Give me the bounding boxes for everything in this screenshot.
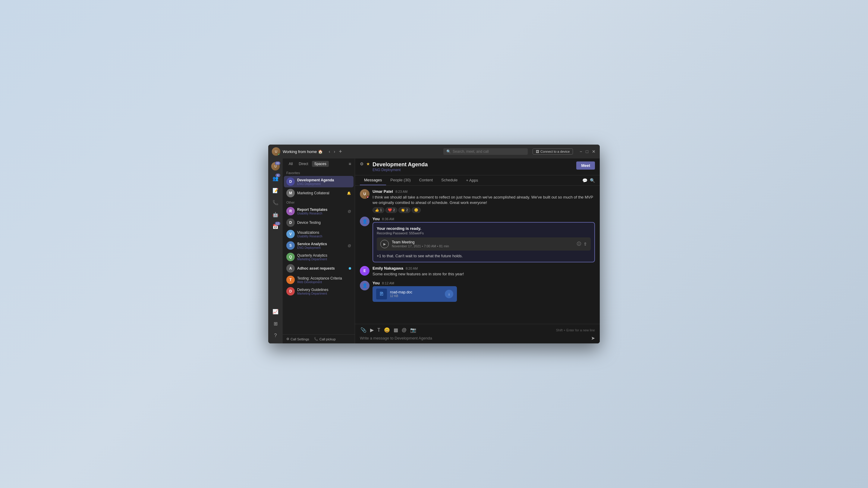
emoji-btn[interactable]: 😃 xyxy=(383,327,391,333)
meet-btn[interactable]: Meet xyxy=(576,161,595,170)
space-item-service[interactable]: S Service Analytics ENG Deployment @ xyxy=(284,240,353,251)
space-item-viz[interactable]: V Visualizations Usability Research xyxy=(284,228,353,240)
space-name-delivery: Delivery Guidelines xyxy=(297,288,351,292)
reaction-clap[interactable]: 👏 2 xyxy=(398,207,410,213)
attach-btn[interactable]: 📎 xyxy=(360,327,367,333)
recording-info: Your recording is ready. Recording Passw… xyxy=(377,226,591,235)
tab-people[interactable]: People (30) xyxy=(386,175,415,185)
tab-messages[interactable]: Messages xyxy=(360,175,386,185)
space-info-delivery: Delivery Guidelines Marketing Department xyxy=(297,288,351,295)
sidebar-icon-analytics[interactable]: 📈 xyxy=(270,306,281,317)
space-info-quarterly: Quarterly Analytics Marketing Department xyxy=(297,253,351,261)
space-info-device: Device Testing xyxy=(297,221,351,225)
msg-time-emily: 8:20 AM xyxy=(406,267,418,270)
msg-sender-you: You xyxy=(373,217,380,221)
reaction-smile[interactable]: 😊 xyxy=(412,207,421,213)
call-pickup-btn[interactable]: 📞 Call pickup xyxy=(314,337,336,341)
maximize-btn[interactable]: □ xyxy=(585,149,589,155)
message-input[interactable] xyxy=(360,336,589,340)
screen-share-btn[interactable]: ▩ xyxy=(393,327,399,333)
sidebar-icon-calls[interactable]: 📞 xyxy=(270,197,281,208)
sidebar-icon-meetings[interactable]: 📝 xyxy=(270,185,281,196)
sidebar-icon-help[interactable]: ? xyxy=(270,330,281,341)
sidebar-icon-grid[interactable]: ⊞ xyxy=(270,318,281,329)
connect-device-btn[interactable]: 🖼 Connect to a device xyxy=(532,149,573,155)
msg-body-you-recording: You 8:36 AM Your recording is ready. Rec… xyxy=(373,217,595,262)
msg-body-umar: Umar Patel 8:23 AM I think we should all… xyxy=(373,189,595,213)
space-info-marketing: Marketing Collateral xyxy=(297,191,344,195)
space-item-device[interactable]: D Device Testing xyxy=(284,217,353,228)
file-attachment: 🖹 road-map.doc 12 KB ↓ xyxy=(373,286,457,302)
space-info-testing: Testing: Acceptance Criteria Web Develop… xyxy=(297,276,351,284)
nav-back[interactable]: ‹ xyxy=(328,148,332,156)
reaction-thumbs[interactable]: 👍 1 xyxy=(373,207,384,213)
nav-forward[interactable]: › xyxy=(333,148,336,156)
input-hint: Shift + Enter for a new line xyxy=(556,328,595,332)
phone-icon: 📞 xyxy=(273,200,278,205)
filter-more-btn[interactable]: ≡ xyxy=(349,161,351,166)
space-avatar-device: D xyxy=(286,218,295,227)
file-size: 12 KB xyxy=(390,294,442,298)
tab-content[interactable]: Content xyxy=(415,175,437,185)
sidebar-icon-calendar[interactable]: 📅 12 xyxy=(270,221,281,232)
download-btn[interactable]: ↓ xyxy=(445,290,453,298)
send-btn[interactable]: ➤ xyxy=(591,335,595,341)
msg-body-you-file: You 8:12 AM 🖹 road-map.doc 12 KB ↓ xyxy=(373,281,595,302)
tab-add-apps[interactable]: + Apps xyxy=(462,175,482,185)
space-item-testing[interactable]: T Testing: Acceptance Criteria Web Devel… xyxy=(284,274,353,286)
sidebar-icon-people[interactable]: 👥 6 xyxy=(270,173,281,184)
space-name-marketing: Marketing Collateral xyxy=(297,191,344,195)
tab-direct[interactable]: Direct xyxy=(296,161,310,167)
msg-time-umar: 8:23 AM xyxy=(396,190,407,193)
msg-header-umar: Umar Patel 8:23 AM xyxy=(373,189,595,194)
space-name-viz: Visualizations xyxy=(297,230,351,235)
space-item-quarterly[interactable]: Q Quarterly Analytics Marketing Departme… xyxy=(284,251,353,263)
recording-player: ▶ Team Meeting November 17, 2021 • 7:00 … xyxy=(377,237,591,251)
settings-gear-btn[interactable]: ⚙ xyxy=(360,161,364,166)
sidebar-icon-bots[interactable]: 🤖 xyxy=(270,209,281,220)
space-name-quarterly: Quarterly Analytics xyxy=(297,253,351,258)
space-item-marketing[interactable]: M Marketing Collateral 🔔 xyxy=(284,187,353,199)
msg-avatar-umar: U ▶ xyxy=(360,189,370,199)
new-tab-btn[interactable]: + xyxy=(338,148,343,156)
filter-tabs: All Direct Spaces xyxy=(286,161,329,167)
file-icon: 🖹 xyxy=(376,289,387,299)
recording-share-btn[interactable]: ⇧ xyxy=(584,241,587,247)
tab-icon-chat[interactable]: 💬 xyxy=(582,178,587,183)
tab-all[interactable]: All xyxy=(286,161,295,167)
reaction-heart[interactable]: ❤️ 2 xyxy=(385,207,397,213)
space-item-report[interactable]: R Report Templates Usability Research @ xyxy=(284,205,353,217)
calendar-badge: 12 xyxy=(275,222,280,225)
msg-sender-umar: Umar Patel xyxy=(373,189,393,194)
title-bar: U Working from home 🏠 ‹ › + 🔍 🖼 Connect … xyxy=(268,144,600,158)
space-item-delivery[interactable]: D Delivery Guidelines Marketing Departme… xyxy=(284,286,353,297)
tab-icon-search[interactable]: 🔍 xyxy=(590,178,595,183)
search-bar[interactable]: 🔍 xyxy=(443,148,528,155)
tab-spaces[interactable]: Spaces xyxy=(312,161,329,167)
play-btn[interactable]: ▶ xyxy=(380,240,389,248)
chat-title: Development Agenda xyxy=(373,161,574,168)
help-icon: ? xyxy=(274,333,277,338)
more-btn[interactable]: 📷 xyxy=(410,327,417,333)
space-item-dev-agenda[interactable]: D Development Agenda ENG Deployment xyxy=(284,176,353,187)
search-input[interactable] xyxy=(453,150,525,154)
spaces-header: All Direct Spaces ≡ xyxy=(283,158,355,169)
msg-header-you-file: You 8:12 AM xyxy=(373,281,595,285)
minimize-btn[interactable]: − xyxy=(579,149,583,155)
messages-area: U ▶ Umar Patel 8:23 AM I think we should… xyxy=(355,186,600,324)
main-content: U 20 👥 6 📝 📞 🤖 📅 12 📈 xyxy=(268,158,600,344)
other-label: Other xyxy=(284,199,353,205)
tab-schedule[interactable]: Schedule xyxy=(437,175,462,185)
recording-info-btn[interactable]: ⓘ xyxy=(577,241,581,247)
format-btn[interactable]: T xyxy=(377,327,381,333)
space-sub-testing: Web Development xyxy=(297,281,351,284)
grid-icon: ⊞ xyxy=(274,321,278,327)
gif-btn[interactable]: ▶ xyxy=(370,327,374,333)
space-info-viz: Visualizations Usability Research xyxy=(297,230,351,238)
sidebar-icon-avatar[interactable]: U 20 xyxy=(270,161,281,172)
close-btn[interactable]: ✕ xyxy=(591,149,596,155)
mention-btn[interactable]: @ xyxy=(401,327,407,333)
call-settings-btn[interactable]: ⚙ Call Settings xyxy=(286,337,309,341)
space-item-adhoc[interactable]: A Adhoc asset requests xyxy=(284,263,353,274)
user-avatar[interactable]: U xyxy=(272,147,280,156)
